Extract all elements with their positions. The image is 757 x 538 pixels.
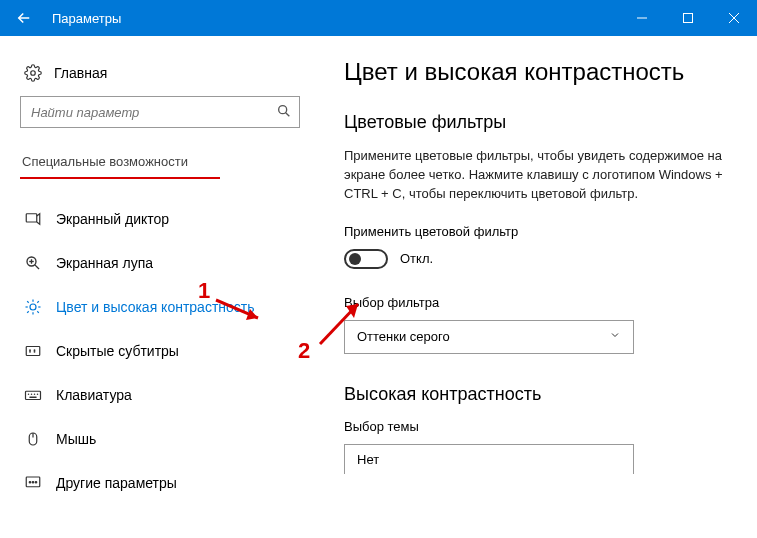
svg-line-20 bbox=[37, 301, 39, 303]
svg-rect-22 bbox=[26, 391, 41, 399]
filter-select-value: Оттенки серого bbox=[357, 329, 450, 344]
titlebar: Параметры bbox=[0, 0, 757, 36]
toggle-state-label: Откл. bbox=[400, 251, 433, 266]
sidebar-item-captions[interactable]: Скрытые субтитры bbox=[20, 329, 320, 373]
home-nav[interactable]: Главная bbox=[20, 56, 320, 96]
sidebar: Главная Специальные возможности Экранный… bbox=[0, 36, 320, 538]
window-controls bbox=[619, 0, 757, 36]
mouse-icon bbox=[24, 430, 42, 448]
svg-point-4 bbox=[31, 71, 36, 76]
apply-filter-label: Применить цветовой фильтр bbox=[344, 224, 733, 239]
window-title: Параметры bbox=[48, 11, 619, 26]
keyboard-icon bbox=[24, 386, 42, 404]
filter-select-label: Выбор фильтра bbox=[344, 295, 733, 310]
narrator-icon bbox=[24, 210, 42, 228]
svg-point-33 bbox=[35, 482, 37, 484]
sidebar-item-keyboard[interactable]: Клавиатура bbox=[20, 373, 320, 417]
gear-icon bbox=[24, 64, 42, 82]
sidebar-item-magnifier[interactable]: Экранная лупа bbox=[20, 241, 320, 285]
svg-point-32 bbox=[32, 482, 34, 484]
sidebar-item-label: Экранный диктор bbox=[56, 211, 169, 227]
search-input[interactable] bbox=[20, 96, 300, 128]
color-filters-description: Примените цветовые фильтры, чтобы увидет… bbox=[344, 147, 724, 204]
color-filter-toggle[interactable] bbox=[344, 249, 388, 269]
filter-select[interactable]: Оттенки серого bbox=[344, 320, 634, 354]
svg-line-19 bbox=[27, 311, 29, 313]
chevron-down-icon bbox=[609, 329, 621, 344]
search-icon bbox=[276, 103, 292, 122]
home-label: Главная bbox=[54, 65, 107, 81]
sidebar-item-label: Экранная лупа bbox=[56, 255, 153, 271]
magnifier-icon bbox=[24, 254, 42, 272]
theme-select-value: Нет bbox=[357, 452, 379, 467]
back-button[interactable] bbox=[0, 0, 48, 36]
sidebar-item-other[interactable]: Другие параметры bbox=[20, 461, 320, 505]
maximize-button[interactable] bbox=[665, 0, 711, 36]
sidebar-item-label: Цвет и высокая контрастность bbox=[56, 299, 255, 315]
theme-select-label: Выбор темы bbox=[344, 419, 733, 434]
page-title: Цвет и высокая контрастность bbox=[344, 58, 733, 86]
sidebar-item-label: Клавиатура bbox=[56, 387, 132, 403]
brightness-icon bbox=[24, 298, 42, 316]
svg-point-5 bbox=[279, 106, 287, 114]
toggle-row: Откл. bbox=[344, 249, 733, 269]
svg-rect-21 bbox=[26, 347, 40, 356]
minimize-button[interactable] bbox=[619, 0, 665, 36]
section-color-filters: Цветовые фильтры bbox=[344, 112, 733, 133]
sidebar-item-color-contrast[interactable]: Цвет и высокая контрастность bbox=[20, 285, 320, 329]
other-icon bbox=[24, 474, 42, 492]
svg-line-9 bbox=[35, 265, 39, 269]
svg-line-16 bbox=[37, 311, 39, 313]
main-panel: Цвет и высокая контрастность Цветовые фи… bbox=[320, 36, 757, 538]
toggle-knob bbox=[349, 253, 361, 265]
captions-icon bbox=[24, 342, 42, 360]
svg-point-12 bbox=[30, 304, 36, 310]
section-high-contrast: Высокая контрастность bbox=[344, 384, 733, 405]
search-box bbox=[20, 96, 300, 128]
svg-point-31 bbox=[29, 482, 31, 484]
svg-rect-1 bbox=[684, 14, 693, 23]
content-area: Главная Специальные возможности Экранный… bbox=[0, 36, 757, 538]
svg-line-15 bbox=[27, 301, 29, 303]
sidebar-item-narrator[interactable]: Экранный диктор bbox=[20, 197, 320, 241]
close-button[interactable] bbox=[711, 0, 757, 36]
svg-rect-7 bbox=[26, 214, 37, 222]
sidebar-item-label: Мышь bbox=[56, 431, 96, 447]
svg-line-6 bbox=[286, 113, 290, 117]
category-header: Специальные возможности bbox=[20, 150, 220, 179]
sidebar-item-label: Другие параметры bbox=[56, 475, 177, 491]
sidebar-item-label: Скрытые субтитры bbox=[56, 343, 179, 359]
sidebar-item-mouse[interactable]: Мышь bbox=[20, 417, 320, 461]
theme-select[interactable]: Нет bbox=[344, 444, 634, 474]
